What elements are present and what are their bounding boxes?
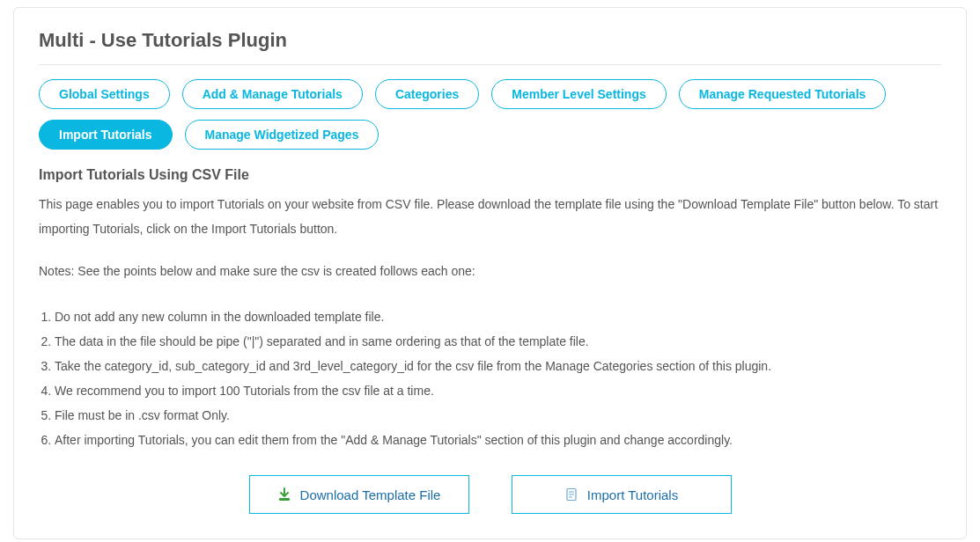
section-title: Import Tutorials Using CSV File	[39, 167, 941, 183]
action-row: Download Template File Import Tutorials	[39, 475, 941, 514]
tab-manage-widgetized-pages[interactable]: Manage Widgetized Pages	[185, 120, 379, 150]
download-template-label: Download Template File	[300, 487, 441, 502]
tab-categories[interactable]: Categories	[375, 79, 479, 109]
list-item: Do not add any new column in the downloa…	[55, 304, 941, 329]
section-description: This page enables you to import Tutorial…	[39, 192, 941, 241]
list-item: File must be in .csv format Only.	[55, 403, 941, 428]
page-title: Multi - Use Tutorials Plugin	[39, 29, 941, 52]
tab-global-settings[interactable]: Global Settings	[39, 79, 170, 109]
tab-import-tutorials[interactable]: Import Tutorials	[39, 120, 173, 150]
import-tutorials-label: Import Tutorials	[587, 487, 678, 502]
tab-member-level-settings[interactable]: Member Level Settings	[491, 79, 667, 109]
tab-manage-requested-tutorials[interactable]: Manage Requested Tutorials	[679, 79, 887, 109]
import-icon	[564, 487, 578, 502]
import-tutorials-button[interactable]: Import Tutorials	[512, 475, 732, 514]
list-item: Take the category_id, sub_category_id an…	[55, 354, 941, 378]
notes-label: Notes: See the points below and make sur…	[39, 259, 941, 283]
download-icon	[277, 487, 291, 502]
tab-add-manage-tutorials[interactable]: Add & Manage Tutorials	[182, 79, 363, 109]
content-card: Multi - Use Tutorials Plugin Global Sett…	[13, 7, 967, 539]
list-item: We recommend you to import 100 Tutorials…	[55, 378, 941, 403]
list-item: The data in the file should be pipe ("|"…	[55, 329, 941, 354]
list-item: After importing Tutorials, you can edit …	[55, 428, 941, 452]
notes-list: Do not add any new column in the downloa…	[39, 304, 941, 452]
divider	[39, 64, 941, 65]
svg-rect-0	[279, 498, 290, 501]
tab-bar: Global Settings Add & Manage Tutorials C…	[39, 79, 941, 150]
download-template-button[interactable]: Download Template File	[249, 475, 469, 514]
